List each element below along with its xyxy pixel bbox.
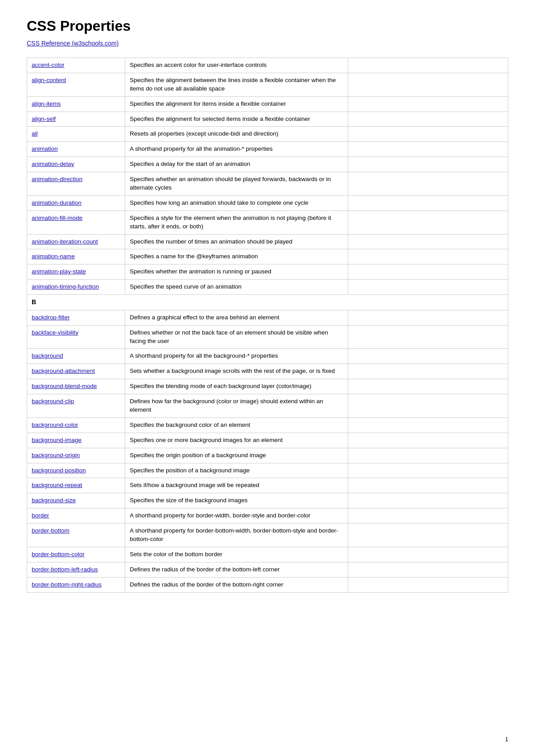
property-link[interactable]: background-attachment — [32, 368, 95, 374]
property-cell: animation-timing-function — [27, 280, 125, 295]
extra-cell — [348, 112, 508, 127]
property-cell: align-self — [27, 112, 125, 127]
property-cell: border-bottom-left-radius — [27, 562, 125, 577]
description-cell: Sets the color of the bottom border — [125, 547, 348, 562]
description-cell: Specifies an accent color for user-inter… — [125, 58, 348, 73]
description-cell: Specifies one or more background images … — [125, 433, 348, 448]
extra-cell — [348, 508, 508, 524]
extra-cell — [348, 417, 508, 433]
extra-cell — [348, 249, 508, 264]
description-cell: Specifies the alignment for selected ite… — [125, 112, 348, 127]
description-cell: A shorthand property for all the backgro… — [125, 349, 348, 364]
description-cell: Specifies the size of the background ima… — [125, 493, 348, 508]
property-cell: background-origin — [27, 448, 125, 463]
property-cell: backdrop-filter — [27, 310, 125, 325]
extra-cell — [348, 157, 508, 172]
property-link[interactable]: animation-timing-function — [32, 283, 99, 290]
property-link[interactable]: border-bottom — [32, 527, 70, 534]
property-link[interactable]: align-content — [32, 77, 66, 83]
extra-cell — [348, 96, 508, 112]
description-cell: Defines whether or not the back face of … — [125, 325, 348, 349]
property-link[interactable]: border-bottom-left-radius — [32, 566, 98, 573]
property-link[interactable]: align-self — [32, 116, 56, 122]
extra-cell — [348, 234, 508, 249]
property-cell: border-bottom — [27, 524, 125, 547]
property-link[interactable]: accent-color — [32, 62, 65, 68]
property-link[interactable]: animation-duration — [32, 199, 82, 206]
extra-cell — [348, 562, 508, 577]
description-cell: Specifies the background color of an ele… — [125, 417, 348, 433]
property-cell: background-position — [27, 463, 125, 478]
property-link[interactable]: animation-name — [32, 253, 75, 260]
property-link[interactable]: border — [32, 512, 49, 519]
description-cell: Defines how far the background (color or… — [125, 394, 348, 418]
property-link[interactable]: align-items — [32, 100, 61, 107]
description-cell: Sets whether a background image scrolls … — [125, 364, 348, 379]
extra-cell — [348, 73, 508, 96]
extra-cell — [348, 493, 508, 508]
property-cell: animation-iteration-count — [27, 234, 125, 249]
property-link[interactable]: animation-delay — [32, 161, 74, 167]
css-properties-table: accent-color Specifies an accent color f… — [27, 58, 508, 593]
property-link[interactable]: background-position — [32, 467, 86, 474]
property-link[interactable]: backdrop-filter — [32, 314, 70, 321]
extra-cell — [348, 195, 508, 211]
description-cell: Specifies a delay for the start of an an… — [125, 157, 348, 172]
property-cell: backface-visibility — [27, 325, 125, 349]
description-cell: Specifies whether the animation is runni… — [125, 264, 348, 280]
property-cell: border — [27, 508, 125, 524]
property-link[interactable]: background-image — [32, 437, 82, 443]
description-cell: Specifies the position of a background i… — [125, 463, 348, 478]
extra-cell — [348, 310, 508, 325]
extra-cell — [348, 448, 508, 463]
property-cell: animation-direction — [27, 172, 125, 196]
description-cell: Defines the radius of the border of the … — [125, 577, 348, 592]
css-reference-link[interactable]: CSS Reference (w3schools.com) — [27, 40, 508, 47]
extra-cell — [348, 127, 508, 142]
description-cell: A shorthand property for border-width, b… — [125, 508, 348, 524]
property-cell: background-blend-mode — [27, 379, 125, 394]
property-link[interactable]: animation — [32, 145, 58, 152]
section-header: B — [27, 295, 508, 310]
extra-cell — [348, 264, 508, 280]
description-cell: Specifies the origin position of a backg… — [125, 448, 348, 463]
property-link[interactable]: all — [32, 130, 38, 137]
property-link[interactable]: background-size — [32, 497, 76, 504]
property-link[interactable]: background — [32, 352, 63, 359]
property-link[interactable]: background-clip — [32, 398, 74, 405]
extra-cell — [348, 524, 508, 547]
extra-cell — [348, 577, 508, 592]
extra-cell — [348, 463, 508, 478]
extra-cell — [348, 379, 508, 394]
property-link[interactable]: background-blend-mode — [32, 383, 97, 389]
property-cell: border-bottom-right-radius — [27, 577, 125, 592]
property-cell: background — [27, 349, 125, 364]
property-link[interactable]: border-bottom-right-radius — [32, 581, 102, 588]
extra-cell — [348, 172, 508, 196]
extra-cell — [348, 325, 508, 349]
property-link[interactable]: background-repeat — [32, 482, 82, 488]
property-link[interactable]: border-bottom-color — [32, 551, 85, 558]
extra-cell — [348, 211, 508, 234]
description-cell: Specifies whether an animation should be… — [125, 172, 348, 196]
property-link[interactable]: animation-play-state — [32, 268, 86, 275]
property-cell: accent-color — [27, 58, 125, 73]
property-link[interactable]: animation-iteration-count — [32, 238, 98, 245]
property-cell: animation-play-state — [27, 264, 125, 280]
property-cell: background-image — [27, 433, 125, 448]
property-link[interactable]: animation-fill-mode — [32, 215, 82, 221]
description-cell: Specifies the blending mode of each back… — [125, 379, 348, 394]
property-link[interactable]: background-origin — [32, 452, 80, 459]
property-cell: align-content — [27, 73, 125, 96]
extra-cell — [348, 394, 508, 418]
property-cell: animation — [27, 142, 125, 157]
property-link[interactable]: background-color — [32, 421, 78, 428]
description-cell: Defines the radius of the border of the … — [125, 562, 348, 577]
property-link[interactable]: backface-visibility — [32, 329, 78, 336]
property-link[interactable]: animation-direction — [32, 176, 82, 182]
property-cell: background-attachment — [27, 364, 125, 379]
extra-cell — [348, 547, 508, 562]
extra-cell — [348, 478, 508, 493]
extra-cell — [348, 349, 508, 364]
description-cell: Specifies the speed curve of an animatio… — [125, 280, 348, 295]
